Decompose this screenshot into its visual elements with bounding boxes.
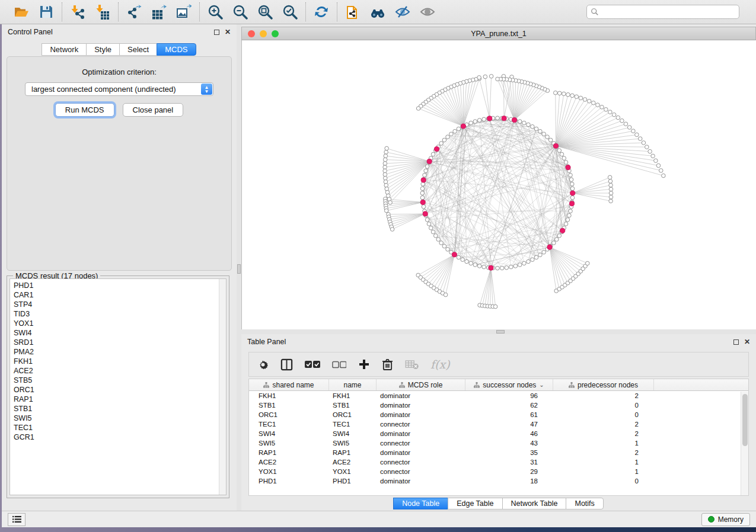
network-window-title: YPA_prune.txt_1	[242, 30, 755, 38]
table-row[interactable]: YOX1 YOX1 connector 29 1	[249, 467, 748, 476]
zoom-out-icon[interactable]	[232, 4, 248, 20]
show-columns-icon[interactable]	[280, 357, 293, 372]
list-icon	[12, 515, 22, 523]
table-column-header[interactable]: predecessor nodes ⌄	[553, 379, 654, 390]
control-panel-tab[interactable]: MCDS	[157, 43, 196, 56]
hierarchy-icon	[569, 382, 575, 388]
mcds-result-item[interactable]: STB1	[14, 404, 226, 414]
import-network-icon[interactable]	[69, 4, 86, 20]
open-icon[interactable]	[13, 4, 30, 20]
export-table-icon[interactable]	[151, 4, 167, 20]
mcds-result-item[interactable]: SWI4	[14, 328, 226, 338]
overview-icon[interactable]	[369, 4, 386, 20]
table-scrollbar[interactable]	[741, 392, 748, 495]
mcds-result-item[interactable]: ACE2	[14, 366, 226, 376]
export-image-icon[interactable]	[176, 4, 192, 20]
mcds-result-item[interactable]: TID3	[14, 309, 226, 319]
table-row[interactable]: SWI5 SWI5 connector 43 1	[249, 438, 748, 448]
mcds-result-item[interactable]: STP4	[14, 300, 226, 309]
table-column-header[interactable]: MCDS role ⌄	[377, 379, 465, 390]
mcds-result-item[interactable]: ORC1	[14, 385, 226, 395]
refresh-icon[interactable]	[313, 4, 330, 20]
import-table-icon[interactable]	[94, 4, 111, 20]
table-header-row: shared name ⌄ name ⌄ MCDS role ⌄ success…	[249, 379, 748, 391]
table-panel-tab[interactable]: Node Table	[393, 498, 448, 509]
status-bar: Memory	[2, 511, 756, 527]
mcds-result-item[interactable]: FKH1	[14, 357, 226, 366]
mcds-result-item[interactable]: SRD1	[14, 338, 226, 347]
close-icon[interactable]: ✕	[744, 339, 750, 345]
mcds-result-item[interactable]: PHD1	[14, 281, 226, 290]
table-column-header[interactable]: name ⌄	[329, 379, 377, 390]
horizontal-splitter[interactable]	[241, 329, 756, 334]
criterion-select[interactable]: largest connected component (undirected)…	[25, 82, 213, 96]
close-panel-button[interactable]: Close panel	[123, 103, 184, 117]
table-panel-tabs: Node Table Edge Table Network Table Moti…	[241, 498, 756, 509]
table-row[interactable]: RAP1 RAP1 dominator 35 2	[249, 448, 748, 457]
vertical-splitter[interactable]	[237, 24, 241, 511]
float-window-icon[interactable]	[214, 30, 219, 35]
table-settings-gear-icon[interactable]	[257, 357, 269, 372]
toolbar-search	[586, 5, 739, 19]
close-icon[interactable]: ✕	[225, 29, 231, 36]
control-panel-tab[interactable]: Network	[42, 43, 87, 56]
save-icon[interactable]	[38, 4, 55, 20]
show-details-icon[interactable]	[419, 4, 436, 20]
mcds-result-item[interactable]: YOX1	[14, 319, 226, 328]
hierarchy-icon	[263, 382, 269, 388]
app-window: Control Panel ✕ Network Style Select MCD…	[2, 24, 756, 527]
select-all-rows-icon[interactable]	[305, 357, 320, 372]
memory-button[interactable]: Memory	[701, 513, 750, 526]
export-network-icon[interactable]	[126, 4, 142, 20]
sort-menu-icon: ⌄	[539, 382, 544, 388]
control-panel-tab[interactable]: Style	[86, 43, 120, 56]
table-row[interactable]: STB1 STB1 dominator 62 0	[249, 400, 748, 410]
node-table: shared name ⌄ name ⌄ MCDS role ⌄ success…	[248, 379, 749, 496]
deselect-all-rows-icon[interactable]	[332, 357, 346, 372]
mcds-result-item[interactable]: TEC1	[14, 423, 226, 432]
hide-details-icon[interactable]	[394, 4, 411, 20]
function-builder-icon-disabled: f(x)	[430, 357, 450, 372]
network-canvas[interactable]	[241, 40, 756, 329]
mcds-tab-content: Optimization criterion: largest connecte…	[7, 56, 232, 271]
network-window-titlebar[interactable]: YPA_prune.txt_1	[241, 27, 756, 40]
zoom-selected-icon[interactable]	[282, 4, 298, 20]
table-row[interactable]: ACE2 ACE2 connector 31 1	[249, 457, 748, 467]
table-panel-title: Table Panel	[247, 338, 286, 346]
run-mcds-button[interactable]: Run MCDS	[55, 103, 114, 117]
table-row[interactable]: TEC1 TEC1 connector 47 2	[249, 419, 748, 429]
control-panel-tabs: Network Style Select MCDS	[2, 43, 237, 56]
table-panel-tab[interactable]: Network Table	[502, 498, 567, 509]
mcds-result-group: MCDS result (17 nodes) PHD1CAR1STP4TID3Y…	[7, 275, 229, 498]
float-window-icon[interactable]	[733, 339, 739, 345]
table-body: FKH1 FKH1 dominator 96 2 STB1 STB1 domin…	[249, 391, 748, 486]
zoom-fit-icon[interactable]	[257, 4, 273, 20]
add-column-icon[interactable]	[358, 357, 370, 372]
table-toolbar: f(x)	[248, 352, 749, 377]
mcds-result-item[interactable]: CAR1	[14, 290, 226, 300]
table-panel-tab[interactable]: Edge Table	[448, 498, 502, 509]
table-row[interactable]: ORC1 ORC1 dominator 61 0	[249, 410, 748, 419]
table-row[interactable]: SWI4 SWI4 dominator 46 2	[249, 429, 748, 438]
mcds-result-item[interactable]: STB5	[14, 376, 226, 385]
mcds-result-list: PHD1CAR1STP4TID3YOX1SWI4SRD1PMA2FKH1ACE2…	[9, 278, 227, 495]
delete-column-icon[interactable]	[382, 357, 393, 372]
mcds-result-item[interactable]: SWI5	[14, 414, 226, 423]
table-row[interactable]: PHD1 PHD1 dominator 18 0	[249, 476, 748, 486]
new-network-from-selection-icon[interactable]	[344, 4, 361, 20]
table-row[interactable]: FKH1 FKH1 dominator 96 2	[249, 391, 748, 400]
table-panel-tab[interactable]: Motifs	[566, 498, 603, 509]
mcds-result-item[interactable]: GCR1	[14, 432, 226, 442]
mcds-list-scrollbar[interactable]	[219, 279, 226, 495]
table-panel: Table Panel ✕	[241, 334, 756, 511]
mcds-result-item[interactable]: RAP1	[14, 395, 226, 404]
table-column-header[interactable]: shared name ⌄	[249, 379, 329, 390]
search-input[interactable]	[586, 5, 739, 19]
network-graph[interactable]	[242, 40, 756, 329]
zoom-in-icon[interactable]	[207, 4, 224, 20]
control-panel-tab[interactable]: Select	[119, 43, 157, 56]
table-column-header[interactable]: successor nodes ⌄	[465, 379, 553, 390]
mcds-result-item[interactable]: PMA2	[14, 347, 226, 357]
control-panel: Control Panel ✕ Network Style Select MCD…	[2, 24, 237, 511]
task-history-button[interactable]	[8, 513, 25, 526]
